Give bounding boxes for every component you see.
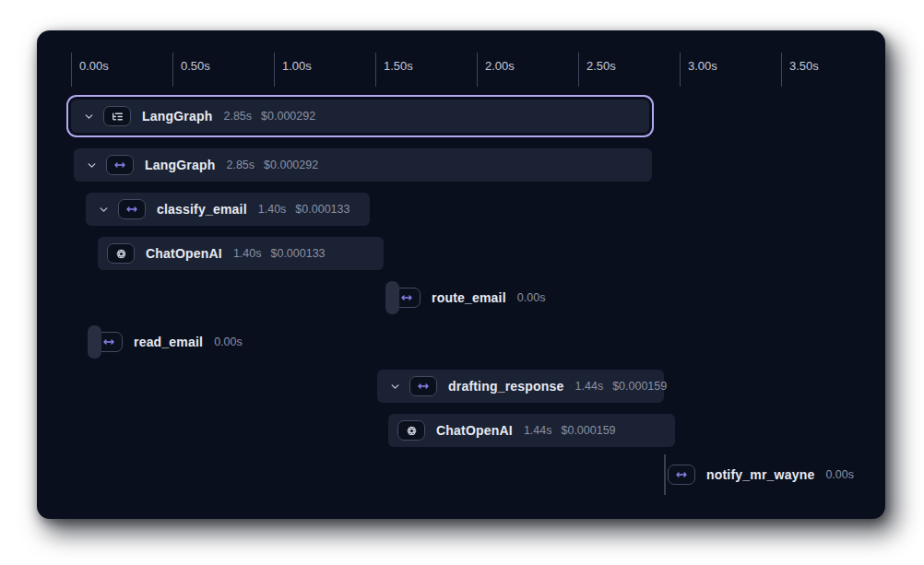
timeline-tick (274, 53, 275, 87)
span-name: drafting_response (448, 379, 564, 394)
span-row-route_email[interactable]: route_email0.00s (385, 281, 545, 314)
span-line-marker (664, 454, 666, 495)
span-row-notify_mr_wayne[interactable]: notify_mr_wayne0.00s (664, 458, 854, 491)
span-bar[interactable]: ChatOpenAI1.40s$0.000133 (98, 237, 384, 270)
span-name: read_email (134, 335, 203, 349)
chevron-down-icon (98, 204, 110, 216)
span-row-ChatOpenAI[interactable]: ChatOpenAI1.44s$0.000159 (388, 414, 675, 447)
span-duration: 2.85s (223, 110, 252, 123)
timeline-tick (375, 53, 376, 87)
timeline-tick (71, 53, 72, 87)
span-cost: $0.000159 (561, 424, 615, 437)
span-row-LangGraph[interactable]: LangGraph2.85s$0.000292 (74, 148, 652, 182)
span-row-drafting_response[interactable]: drafting_response1.44s$0.000159 (377, 370, 664, 403)
span-bar[interactable]: classify_email1.40s$0.000133 (86, 193, 370, 226)
span-cost: $0.000159 (612, 380, 667, 393)
span-type-badge (409, 376, 437, 396)
timeline-tick-label: 3.00s (688, 59, 717, 73)
timeline-tick-label: 0.00s (79, 59, 109, 73)
timeline-tick-label: 0.50s (181, 59, 210, 73)
expand-collapse-chevron[interactable] (83, 157, 100, 173)
chevron-down-icon (86, 159, 98, 171)
span-duration: 0.00s (517, 291, 546, 304)
span-bar[interactable]: ChatOpenAI1.44s$0.000159 (388, 414, 675, 447)
span-name: LangGraph (142, 109, 212, 124)
span-name: ChatOpenAI (146, 246, 222, 261)
move-horizontal-icon (102, 336, 115, 347)
span-cost: $0.000292 (264, 159, 318, 171)
timeline-tick (477, 53, 478, 87)
timeline-tick-label: 1.00s (282, 59, 312, 73)
span-zero-duration-line-group[interactable]: notify_mr_wayne0.00s (664, 458, 854, 491)
timeline-tick-label: 2.00s (485, 59, 515, 73)
timeline-tick-label: 2.50s (586, 59, 616, 73)
span-type-badge (118, 199, 146, 219)
span-row-read_email[interactable]: read_email0.00s (88, 325, 243, 359)
chevron-down-icon (389, 381, 401, 393)
span-name: route_email (432, 290, 506, 305)
span-name: notify_mr_wayne (706, 467, 814, 482)
span-pill-marker (88, 325, 101, 359)
expand-collapse-chevron[interactable] (95, 201, 112, 218)
timeline-tick (781, 53, 782, 87)
openai-icon (115, 248, 127, 260)
span-cost: $0.000133 (295, 203, 349, 216)
span-duration: 1.40s (233, 247, 262, 260)
span-duration: 1.40s (258, 203, 287, 216)
span-cost: $0.000133 (270, 247, 325, 260)
span-duration: 1.44s (575, 380, 604, 393)
timeline-tick-label: 1.50s (384, 59, 413, 73)
span-name: ChatOpenAI (436, 423, 513, 438)
move-horizontal-icon (675, 469, 688, 480)
span-type-badge (107, 243, 135, 264)
span-duration: 1.44s (524, 424, 552, 437)
span-type-badge (106, 155, 134, 175)
span-zero-duration-pill-group[interactable]: route_email0.00s (385, 281, 545, 314)
span-name: classify_email (157, 202, 247, 217)
span-pill-marker (385, 281, 399, 314)
span-name: LangGraph (145, 158, 215, 172)
move-horizontal-icon (113, 159, 126, 171)
openai-icon (406, 425, 418, 437)
chevron-down-icon (83, 111, 95, 123)
expand-collapse-chevron[interactable] (386, 378, 403, 394)
timeline-tick (172, 53, 173, 87)
span-row-ChatOpenAI[interactable]: ChatOpenAI1.40s$0.000133 (98, 237, 384, 270)
move-horizontal-icon (417, 381, 430, 392)
timeline-tick-label: 3.50s (789, 59, 819, 73)
trace-waterfall-panel: 0.00s0.50s1.00s1.50s2.00s2.50s3.00s3.50s… (37, 30, 885, 519)
span-bar[interactable]: LangGraph2.85s$0.000292 (74, 148, 652, 182)
span-zero-duration-pill-group[interactable]: read_email0.00s (88, 325, 243, 359)
span-row-classify_email[interactable]: classify_email1.40s$0.000133 (86, 193, 370, 226)
span-type-badge (103, 106, 131, 126)
timeline-tick (680, 53, 681, 87)
span-type-badge (397, 420, 425, 441)
span-bar[interactable]: drafting_response1.44s$0.000159 (377, 370, 664, 403)
expand-collapse-chevron[interactable] (80, 108, 97, 124)
timeline-tick (578, 53, 579, 87)
move-horizontal-icon (125, 204, 138, 215)
span-type-badge (668, 465, 695, 485)
span-row-LangGraph[interactable]: LangGraph2.85s$0.000292 (71, 100, 649, 133)
span-duration: 2.85s (226, 159, 255, 171)
list-tree-icon (112, 111, 124, 123)
span-cost: $0.000292 (261, 110, 315, 123)
span-duration: 0.00s (825, 468, 854, 481)
span-bar[interactable]: LangGraph2.85s$0.000292 (71, 100, 649, 133)
move-horizontal-icon (400, 292, 413, 303)
span-duration: 0.00s (214, 335, 243, 348)
